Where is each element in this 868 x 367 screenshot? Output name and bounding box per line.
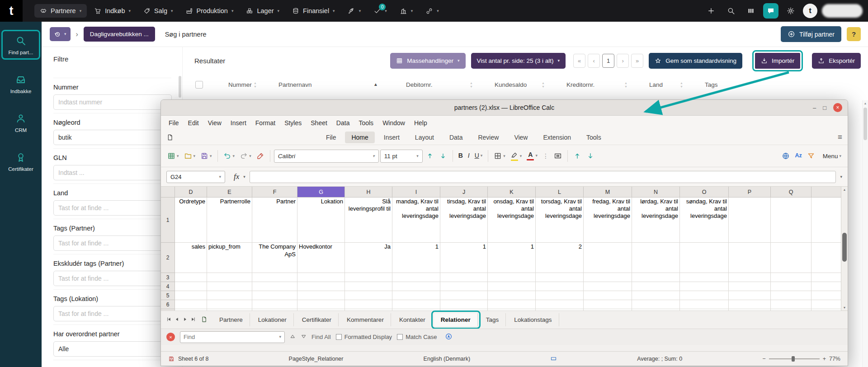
- underline-button[interactable]: U▾: [473, 151, 485, 160]
- circled-a-icon[interactable]: [445, 333, 453, 342]
- cell-L3[interactable]: [536, 273, 584, 282]
- cell-G5[interactable]: [297, 291, 345, 300]
- row-header-2[interactable]: 2: [161, 243, 175, 273]
- filter-input-tags-partner[interactable]: [53, 235, 172, 251]
- ribbon-tab-file[interactable]: File: [320, 132, 343, 143]
- nav-finansiel[interactable]: Finansiel▾: [287, 4, 340, 18]
- font-size-combo[interactable]: 11 pt▾: [380, 150, 423, 163]
- cell-M3[interactable]: [584, 273, 632, 282]
- cell-I3[interactable]: [392, 273, 440, 282]
- menu-window[interactable]: Window: [378, 118, 409, 128]
- filter-input-eksklud-r-tags-partner[interactable]: [53, 271, 172, 286]
- bold-button[interactable]: B: [457, 151, 465, 160]
- column-header-L[interactable]: L: [536, 187, 584, 197]
- cell-G7[interactable]: [297, 309, 345, 311]
- cell-F4[interactable]: [252, 282, 297, 291]
- filter-input-land[interactable]: [53, 200, 172, 216]
- bulk-actions-button[interactable]: Massehandlinger▾: [390, 53, 465, 69]
- italic-button[interactable]: I: [466, 151, 472, 160]
- sort-icons[interactable]: ▲▼: [680, 81, 683, 88]
- cell-D5[interactable]: [175, 291, 207, 300]
- maximize-button[interactable]: □: [823, 104, 826, 111]
- selection-mode-icon[interactable]: [550, 355, 557, 362]
- cell-E6[interactable]: [207, 300, 252, 309]
- column-header-N[interactable]: N: [632, 187, 680, 197]
- find-input[interactable]: [184, 334, 267, 340]
- menu-help[interactable]: Help: [410, 118, 431, 128]
- next-sheet-icon[interactable]: [182, 316, 188, 324]
- cell-D2[interactable]: sales: [175, 243, 207, 273]
- sort-descending-button[interactable]: [585, 151, 596, 161]
- menu-edit[interactable]: Edit: [184, 118, 203, 128]
- cell-N6[interactable]: [632, 300, 680, 309]
- cell-O7[interactable]: [680, 309, 729, 311]
- shrink-font-button[interactable]: [437, 151, 449, 161]
- plus-button[interactable]: [703, 3, 719, 19]
- zoom-slider[interactable]: [769, 358, 820, 359]
- ribbon-tab-home[interactable]: Home: [345, 132, 374, 143]
- save-default-view-button[interactable]: Gem som standardvisning: [649, 53, 742, 69]
- ribbon-tab-extension[interactable]: Extension: [537, 132, 577, 143]
- app-logo[interactable]: t: [0, 0, 23, 22]
- nav-link[interactable]: ▾: [420, 4, 444, 18]
- cell-M1[interactable]: fredag, Krav til antal leveringsdage: [584, 198, 632, 243]
- menu-sheet[interactable]: Sheet: [307, 118, 331, 128]
- sheet-tab-partnere[interactable]: Partnere: [212, 313, 250, 326]
- menu-data[interactable]: Data: [332, 118, 354, 128]
- save-button[interactable]: ▾: [198, 151, 214, 161]
- avatar[interactable]: t: [803, 4, 817, 18]
- sum-average-status[interactable]: Average: ; Sum: 0: [637, 356, 682, 362]
- cell-L2[interactable]: 2: [536, 243, 584, 273]
- cell-H1[interactable]: Slå leveringsprofil til: [345, 198, 392, 243]
- cell-F3[interactable]: [252, 273, 297, 282]
- expand-formula-bar-icon[interactable]: ▾: [840, 174, 842, 179]
- cell-Q3[interactable]: [771, 273, 811, 282]
- ribbon-tab-layout[interactable]: Layout: [409, 132, 440, 143]
- web-preview-button[interactable]: [780, 151, 792, 161]
- more-options-icon[interactable]: ⋮: [542, 152, 549, 160]
- cell-N3[interactable]: [632, 273, 680, 282]
- menu-insert[interactable]: Insert: [226, 118, 250, 128]
- export-button[interactable]: Eksportér: [812, 53, 861, 69]
- column-header-I[interactable]: I: [392, 187, 440, 197]
- language-button[interactable]: Az: [793, 151, 803, 160]
- cell-Q6[interactable]: [771, 300, 811, 309]
- last-sheet-icon[interactable]: [190, 316, 196, 324]
- grid-corner[interactable]: [161, 187, 175, 197]
- cell-P5[interactable]: [729, 291, 771, 300]
- sidebar-item-find-part[interactable]: Find part...: [4, 33, 38, 57]
- cell-E7[interactable]: [207, 309, 252, 311]
- cell-P1[interactable]: [729, 198, 771, 243]
- cell-K7[interactable]: [488, 309, 536, 311]
- cell-K5[interactable]: [488, 291, 536, 300]
- cell-I5[interactable]: [392, 291, 440, 300]
- borders-button[interactable]: ▾: [492, 151, 507, 161]
- column-header-H[interactable]: H: [345, 187, 392, 197]
- page-scrollbar[interactable]: ▲: [862, 100, 868, 367]
- ribbon-tab-insert[interactable]: Insert: [377, 132, 406, 143]
- cell-O5[interactable]: [680, 291, 729, 300]
- column-header-D[interactable]: D: [175, 187, 207, 197]
- cell-E5[interactable]: [207, 291, 252, 300]
- zoom-in-icon[interactable]: +: [823, 356, 826, 362]
- column-header-nummer[interactable]: Nummer▲▼: [228, 81, 278, 88]
- filter-input-n-gleord[interactable]: [53, 130, 172, 145]
- cell-G6[interactable]: [297, 300, 345, 309]
- row-header-6[interactable]: 6: [161, 300, 175, 309]
- column-header-K[interactable]: K: [488, 187, 536, 197]
- breadcrumb-company[interactable]: Dagligvarebutikken ...: [84, 27, 155, 42]
- scroll-up-icon[interactable]: ▲: [863, 102, 868, 105]
- sheet-tab-certifikater[interactable]: Certifikater: [295, 313, 339, 326]
- row-header-4[interactable]: 4: [161, 282, 175, 291]
- add-partner-button[interactable]: Tilføj partner: [781, 26, 841, 42]
- column-header-debitornr[interactable]: Debitornr.▲▼: [406, 81, 495, 88]
- cell-P2[interactable]: [729, 243, 771, 273]
- zoom-percent[interactable]: 77%: [829, 356, 840, 362]
- cell-K4[interactable]: [488, 282, 536, 291]
- cell-D1[interactable]: Ordretype: [175, 198, 207, 243]
- cell-H2[interactable]: Ja: [345, 243, 392, 273]
- match-case-checkbox[interactable]: Match Case: [397, 334, 437, 340]
- cell-L7[interactable]: [536, 309, 584, 311]
- cell-K2[interactable]: 1: [488, 243, 536, 273]
- cell-M6[interactable]: [584, 300, 632, 309]
